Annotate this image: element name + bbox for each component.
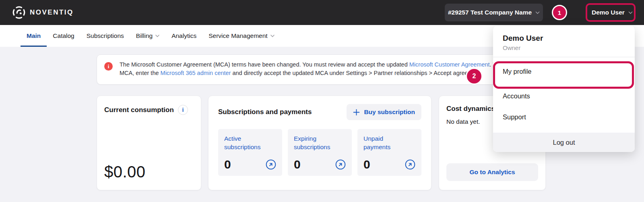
- tab-subscriptions[interactable]: Subscriptions: [87, 25, 124, 47]
- active-subscriptions-count: 0: [224, 158, 231, 171]
- company-selector[interactable]: #29257 Test Company Name: [445, 4, 543, 21]
- alert-line1-text: The Microsoft Customer Agreement (MCA) t…: [120, 61, 409, 68]
- tab-catalog-label: Catalog: [53, 32, 74, 40]
- expiring-subscriptions-tile[interactable]: Expiring subscriptions 0: [288, 129, 352, 176]
- tab-main[interactable]: Main: [27, 25, 41, 47]
- subscription-tiles: Active subscriptions 0 Expiring subscrip…: [218, 129, 421, 176]
- tab-billing-label: Billing: [136, 32, 153, 40]
- arrow-up-right-icon[interactable]: [266, 159, 276, 170]
- active-subscriptions-label: Active subscriptions: [224, 134, 268, 151]
- info-icon[interactable]: i: [178, 105, 188, 115]
- arrow-up-right-icon[interactable]: [335, 159, 346, 170]
- user-dropdown-menu: Demo User Owner My profile Accounts Supp…: [493, 26, 635, 152]
- noventiq-logo-text: NOVENTIQ: [30, 8, 74, 17]
- user-menu-trigger[interactable]: Demo User: [592, 0, 633, 25]
- plus-icon: [353, 109, 360, 116]
- chevron-down-icon: [628, 11, 633, 14]
- tab-catalog[interactable]: Catalog: [53, 25, 74, 47]
- tab-service-management-label: Service Management: [208, 32, 267, 40]
- current-consumption-title: Current consumption: [104, 106, 174, 114]
- menu-item-my-profile[interactable]: My profile: [493, 57, 635, 85]
- menu-item-log-out[interactable]: Log out: [493, 133, 635, 152]
- chevron-down-icon: [270, 35, 275, 37]
- chevron-down-icon: [155, 35, 159, 37]
- unpaid-payments-tile[interactable]: Unpaid payments 0: [357, 129, 421, 176]
- menu-item-support[interactable]: Support: [493, 106, 635, 127]
- expiring-subscriptions-count: 0: [294, 158, 301, 171]
- arrow-up-right-icon[interactable]: [405, 159, 415, 170]
- annotation-step-2-badge: 2: [466, 68, 483, 85]
- m365-admin-center-link[interactable]: Microsoft 365 admin center: [161, 70, 231, 76]
- tab-service-management[interactable]: Service Management: [208, 25, 274, 47]
- subscriptions-payments-title: Subscriptions and payments: [218, 108, 312, 116]
- tab-analytics[interactable]: Analytics: [171, 25, 196, 47]
- expiring-subscriptions-label: Expiring subscriptions: [294, 134, 338, 151]
- tab-main-label: Main: [27, 32, 41, 40]
- menu-item-accounts[interactable]: Accounts: [493, 85, 635, 106]
- buy-subscription-button[interactable]: Buy subscription: [347, 104, 421, 120]
- unpaid-payments-label: Unpaid payments: [363, 134, 408, 151]
- subscriptions-payments-card: Subscriptions and payments Buy subscript…: [208, 96, 431, 190]
- tab-subscriptions-label: Subscriptions: [87, 32, 124, 40]
- active-subscriptions-tile[interactable]: Active subscriptions 0: [218, 129, 282, 176]
- tab-analytics-label: Analytics: [171, 32, 196, 40]
- chevron-down-icon: [535, 11, 540, 14]
- subscriptions-payments-header: Subscriptions and payments Buy subscript…: [218, 104, 421, 120]
- expiring-subscriptions-bottom: 0: [294, 158, 346, 171]
- dropdown-user-header: Demo User Owner: [493, 26, 635, 57]
- unpaid-payments-bottom: 0: [363, 158, 415, 171]
- dropdown-user-role: Owner: [503, 44, 625, 51]
- annotation-step-1-badge: 1: [552, 5, 567, 20]
- noventiq-portal-page: NOVENTIQ #29257 Test Company Name Demo U…: [0, 0, 644, 202]
- top-header-bar: NOVENTIQ #29257 Test Company Name Demo U…: [0, 0, 644, 25]
- alert-line2-tail: and directly accept the updated MCA unde…: [231, 70, 481, 76]
- company-selector-label: #29257 Test Company Name: [448, 9, 532, 16]
- noventiq-logo-icon: [12, 6, 26, 19]
- mca-agreement-link[interactable]: Microsoft Customer Agreement: [409, 61, 490, 68]
- alert-line-1: The Microsoft Customer Agreement (MCA) t…: [120, 60, 546, 69]
- active-subscriptions-bottom: 0: [224, 158, 276, 171]
- current-consumption-header: Current consumption i: [104, 105, 194, 115]
- current-consumption-value: $0.00: [104, 163, 194, 181]
- go-to-analytics-button[interactable]: Go to Analytics: [446, 163, 538, 181]
- alert-info-icon: i: [104, 62, 113, 71]
- current-consumption-card: Current consumption i $0.00: [97, 96, 201, 190]
- tab-billing[interactable]: Billing: [136, 25, 159, 47]
- dropdown-user-name: Demo User: [503, 34, 625, 43]
- unpaid-payments-count: 0: [363, 158, 370, 171]
- user-menu-label: Demo User: [592, 9, 625, 16]
- alert-line2-text: MCA, enter the: [120, 70, 161, 76]
- buy-subscription-label: Buy subscription: [364, 108, 415, 116]
- noventiq-logo[interactable]: NOVENTIQ: [12, 0, 74, 25]
